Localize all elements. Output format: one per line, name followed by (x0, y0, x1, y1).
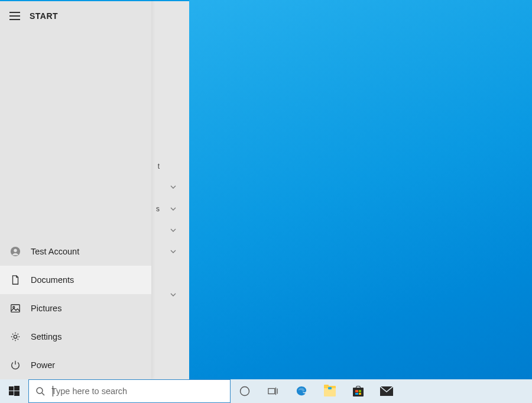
hamburger-icon[interactable] (9, 12, 20, 20)
start-button[interactable] (0, 379, 28, 403)
user-icon (9, 246, 21, 257)
svg-line-10 (42, 393, 44, 395)
svg-point-11 (241, 387, 249, 396)
svg-point-4 (14, 335, 17, 338)
mail-icon (380, 386, 393, 396)
text-caret (53, 386, 53, 396)
svg-rect-6 (14, 386, 20, 391)
chevron-down-icon[interactable] (169, 226, 177, 234)
start-sidebar: START Test Account Documents Pictures Se… (0, 0, 151, 379)
sidebar-item-label: Pictures (31, 304, 61, 313)
sidebar-item-label: Documents (31, 275, 74, 285)
taskbar-app-store[interactable] (344, 379, 372, 403)
svg-point-9 (37, 388, 43, 394)
search-icon (29, 386, 51, 396)
svg-rect-12 (268, 389, 275, 394)
sidebar-item-pictures[interactable]: Pictures (0, 294, 151, 323)
gear-icon (9, 331, 21, 343)
svg-rect-7 (9, 391, 14, 395)
chevron-down-icon[interactable] (169, 247, 177, 256)
task-view-icon (268, 386, 278, 396)
windows-logo-icon (9, 386, 20, 396)
sidebar-header: START (0, 1, 151, 31)
svg-rect-5 (9, 386, 14, 391)
svg-rect-2 (11, 305, 20, 312)
chevron-down-icon[interactable] (169, 183, 177, 191)
sidebar-item-documents[interactable]: Documents (0, 266, 151, 294)
sidebar-item-label: Test Account (31, 247, 79, 256)
sidebar-item-account[interactable]: Test Account (0, 237, 151, 266)
file-explorer-icon (324, 386, 336, 396)
document-icon (9, 274, 21, 286)
taskbar-app-file-explorer[interactable] (316, 379, 344, 403)
cortana-icon (239, 386, 250, 396)
sidebar-item-settings[interactable]: Settings (0, 323, 151, 351)
svg-rect-8 (14, 391, 20, 396)
task-view-button[interactable] (259, 379, 287, 403)
sidebar-title: START (30, 11, 58, 21)
sidebar-item-label: Power (31, 360, 55, 370)
microsoft-store-icon (353, 386, 364, 396)
taskbar-search[interactable] (28, 379, 231, 403)
sidebar-item-power[interactable]: Power (0, 351, 151, 379)
search-input[interactable] (51, 380, 230, 402)
sidebar-spacer (0, 31, 151, 237)
taskbar-app-edge[interactable] (287, 379, 316, 403)
taskbar (0, 379, 532, 403)
taskbar-app-mail[interactable] (372, 379, 401, 403)
power-icon (9, 359, 21, 371)
start-menu-right-column: t s (151, 1, 189, 379)
svg-point-1 (14, 249, 17, 252)
chevron-down-icon[interactable] (169, 205, 177, 213)
pictures-icon (9, 302, 21, 314)
cortana-button[interactable] (231, 379, 259, 403)
edge-icon (296, 386, 307, 396)
sidebar-item-label: Settings (31, 332, 61, 341)
chevron-down-icon[interactable] (169, 291, 177, 299)
